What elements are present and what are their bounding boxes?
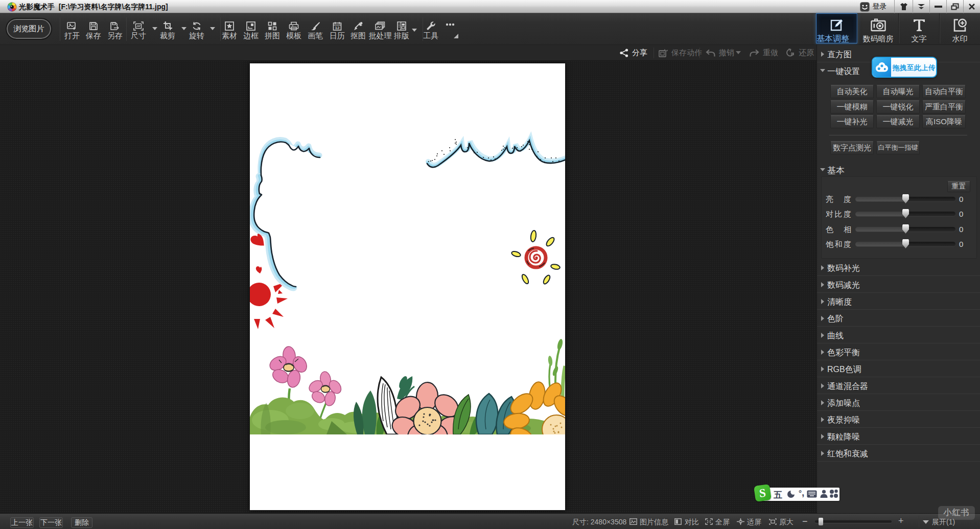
svg-text:12: 12 [335, 26, 340, 30]
